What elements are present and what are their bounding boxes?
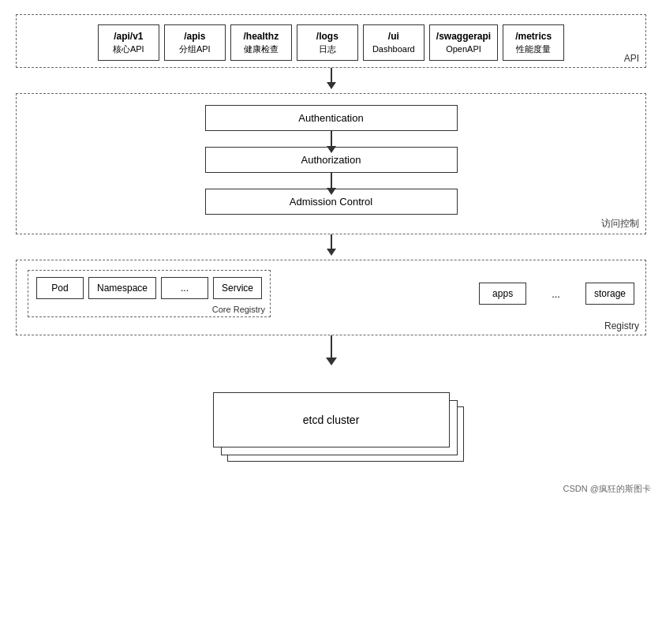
ellipsis-ext: ... — [540, 283, 571, 305]
api-box-logs: /logs 日志 — [297, 24, 358, 61]
ellipsis-box-core: ... — [161, 277, 208, 299]
pod-box: Pod — [36, 277, 84, 299]
etcd-label: etcd cluster — [303, 414, 360, 426]
etcd-stack: etcd cluster — [213, 392, 450, 463]
api-desc-1: 核心API — [105, 43, 152, 55]
diagram-container: /api/v1 核心API /apis 分组API /healthz 健康检查 … — [0, 0, 662, 501]
api-box-metrics: /metrics 性能度量 — [503, 24, 564, 61]
api-section: /api/v1 核心API /apis 分组API /healthz 健康检查 … — [16, 14, 646, 68]
arrow-registry-to-etcd — [16, 335, 646, 369]
api-desc-3: 健康检查 — [237, 43, 285, 55]
registry-section: Pod Namespace ... Service Core Registry … — [16, 260, 646, 335]
arrow-access-to-registry — [16, 234, 646, 260]
api-box-core: /api/v1 核心API — [98, 24, 159, 61]
api-desc-2: 分组API — [171, 43, 219, 55]
api-box-apis: /apis 分组API — [164, 24, 226, 61]
registry-extensions: apps ... storage — [271, 270, 634, 317]
api-box-swagger: /swaggerapi OpenAPI — [429, 24, 498, 61]
api-path-5: /ui — [370, 30, 417, 43]
api-path-7: /metrics — [510, 30, 557, 43]
api-boxes: /api/v1 核心API /apis 分组API /healthz 健康检查 … — [28, 24, 634, 61]
registry-label: Registry — [604, 320, 639, 331]
api-label: API — [624, 53, 639, 64]
namespace-box: Namespace — [88, 277, 156, 299]
api-path-4: /logs — [304, 30, 351, 43]
core-registry-label: Core Registry — [212, 305, 265, 314]
service-box: Service — [213, 277, 262, 299]
api-box-ui: /ui Dashboard — [363, 24, 425, 61]
etcd-front-box: etcd cluster — [213, 392, 450, 447]
api-desc-7: 性能度量 — [510, 43, 557, 55]
api-box-healthz: /healthz 健康检查 — [230, 24, 292, 61]
api-path-6: /swaggerapi — [436, 30, 491, 43]
watermark: CSDN @疯狂的斯图卡 — [563, 483, 651, 495]
access-label: 访问控制 — [601, 217, 639, 230]
api-path-2: /apis — [171, 30, 219, 43]
apps-box: apps — [479, 283, 526, 305]
api-desc-4: 日志 — [304, 43, 351, 55]
storage-box: storage — [585, 283, 634, 305]
authentication-box: Authentication — [205, 105, 458, 131]
arrow-auth-to-authz — [331, 131, 332, 147]
access-section: Authentication Authorization Admission C… — [16, 93, 646, 234]
api-desc-5: Dashboard — [370, 43, 417, 55]
api-desc-6: OpenAPI — [436, 43, 491, 55]
api-path-3: /healthz — [237, 30, 285, 43]
arrow-authz-to-admission — [331, 173, 332, 189]
core-registry: Pod Namespace ... Service Core Registry — [28, 270, 271, 317]
etcd-section: etcd cluster — [16, 369, 646, 487]
api-path-1: /api/v1 — [105, 30, 152, 43]
arrow-api-to-access — [16, 68, 646, 93]
